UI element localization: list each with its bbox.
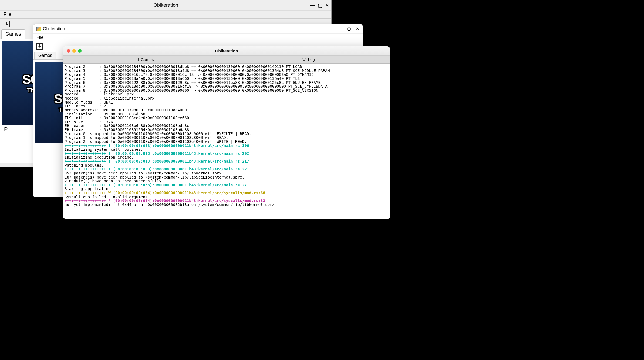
log-line: TLS size : 1376 — [65, 120, 389, 124]
log-line: 187 patch(es) have been applied to /syst… — [65, 175, 389, 179]
minimize-button[interactable] — [72, 49, 76, 53]
log-line: Initializing system call routines. — [65, 148, 389, 152]
log-line: ++++++++++++++++++ I [00:00:00:00:053]:0… — [65, 183, 389, 187]
close-button[interactable]: ✕ — [356, 26, 359, 31]
log-line: ++++++++++++++++++ I [00:00:00:00:053]:0… — [65, 167, 389, 171]
log-line: Program 0 is mapped to 0x000000011079800… — [65, 132, 389, 136]
window-title: Obliteration — [63, 49, 390, 53]
log-line: Program 3 : 0x0000000000134000:0x0000000… — [65, 69, 389, 73]
close-button[interactable]: ✕ — [325, 2, 329, 8]
window-macos: Obliteration Games Log Program 2 : 0x000… — [63, 46, 390, 219]
log-line: Program 8 : 0x0000000000000000:0x0000000… — [65, 88, 389, 92]
install-icon[interactable] — [4, 21, 10, 27]
log-line: 353 patch(es) have been applied to /syst… — [65, 171, 389, 175]
install-icon[interactable] — [36, 43, 43, 50]
traffic-lights — [67, 49, 82, 53]
app-icon — [36, 27, 41, 31]
maximize-button[interactable]: ▢ — [318, 2, 322, 8]
menubar: File — [33, 34, 363, 41]
log-line: 2 module(s) have been patched successful… — [65, 179, 389, 183]
log-line: ++++++++++++++++++ I [00:00:00:00:013]:0… — [65, 144, 389, 148]
window-title: Obliteration — [43, 26, 65, 31]
log-line: ++++++++++++++++++ P [00:00:00:00:054]:0… — [65, 199, 389, 203]
log-line: ++++++++++++++++++ I [00:00:00:00:013]:0… — [65, 152, 389, 156]
log-line: Program 7 : 0x000000000013dc00:0x0000000… — [65, 84, 389, 88]
maximize-button[interactable]: ▢ — [347, 26, 351, 31]
menu-file[interactable]: File — [4, 12, 11, 17]
tab-log[interactable]: Log — [227, 56, 390, 63]
log-line: Program 2 is mapped to 0x00000001108c800… — [65, 140, 389, 144]
titlebar[interactable]: Obliteration — ▢ ✕ — [0, 0, 331, 11]
tab-games[interactable]: Games — [1, 29, 25, 39]
menu-file[interactable]: File — [36, 35, 43, 40]
grid-icon — [136, 58, 139, 61]
log-line: Program 2 : 0x0000000000134000:0x0000000… — [65, 65, 389, 69]
tab-games[interactable]: Games — [63, 56, 227, 63]
log-line: ++++++++++++++++++ W [00:00:00:00:054]:0… — [65, 191, 389, 195]
close-button[interactable] — [67, 49, 70, 53]
log-line: Needed : libSceLibcInternal.prx — [65, 96, 389, 100]
log-line: Patching modules. — [65, 163, 389, 167]
log-line: Initializing execution engine. — [65, 155, 389, 159]
tab-strip: Games Log — [63, 56, 390, 64]
tab-games[interactable]: Games — [34, 52, 56, 59]
log-line: Syscall 608 failed: invalid argument. — [65, 195, 389, 199]
tab-log-label: Log — [308, 57, 315, 62]
log-line: EH header : 0x00000001108b6a88:0x0000000… — [65, 124, 389, 128]
log-line: not yet implemented: int 0x44 at at 0x00… — [65, 203, 389, 207]
minimize-button[interactable]: — — [338, 26, 342, 31]
log-line: TLS index : 2 — [65, 104, 389, 108]
log-line: Finalization : 0x000000011086d3b0 — [65, 112, 389, 116]
minimize-button[interactable]: — — [310, 2, 315, 8]
log-line: ++++++++++++++++++ I [00:00:00:00:013]:0… — [65, 159, 389, 163]
log-line: Program 1 is mapped to 0x00000001108c000… — [65, 136, 389, 140]
zoom-button[interactable] — [78, 49, 82, 53]
log-line: Starting application. — [65, 187, 389, 191]
log-line: Needed : libkernel.prx — [65, 92, 389, 96]
log-line: Memory address: 0x0000000110798000:0x000… — [65, 108, 389, 112]
menubar: File — [0, 11, 331, 19]
log-line: Program 4 : 0x0000000000016cc78:0x000000… — [65, 73, 389, 77]
log-line: EH frame : 0x0000000110891664:0x00000001… — [65, 128, 389, 132]
log-line: Program 5 : 0x000000000013a4e0:0x0000000… — [65, 77, 389, 81]
window-title: Obliteration — [153, 2, 178, 8]
log-line: TLS init : 0x00000001108ce4e0:0x00000001… — [65, 116, 389, 120]
titlebar[interactable]: Obliteration — [63, 46, 390, 56]
tab-games-label: Games — [141, 57, 154, 62]
log-line: Program 6 : 0x0000000000122a88:0x0000000… — [65, 81, 389, 85]
log-icon — [302, 58, 306, 61]
log-line: Module flags : UNK1 — [65, 100, 389, 104]
titlebar[interactable]: Obliteration — ▢ ✕ — [33, 24, 363, 34]
log-output[interactable]: Program 2 : 0x0000000000134000:0x0000000… — [63, 64, 390, 219]
